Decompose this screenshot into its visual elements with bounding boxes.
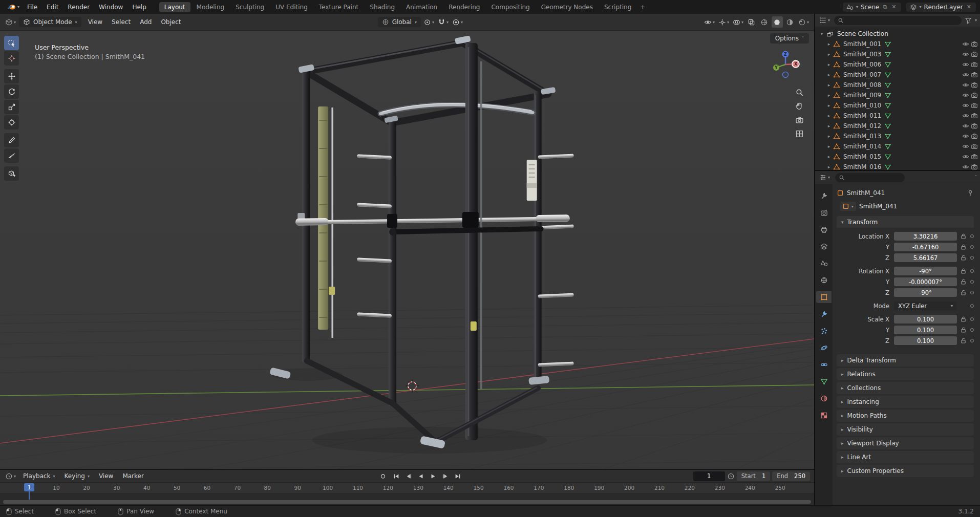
outliner-item-row[interactable]: ▸ SmithM_013	[817, 131, 978, 141]
next-keyframe-button[interactable]	[440, 471, 451, 481]
expand-icon[interactable]: ▸	[826, 72, 832, 77]
keyframe-decorator-icon[interactable]	[970, 317, 974, 321]
smith-machine-model[interactable]	[269, 35, 573, 454]
scene-selector[interactable]: ▾ Scene ⧉ ✕	[843, 3, 901, 12]
outliner-item-row[interactable]: ▸ SmithM_011	[817, 111, 978, 121]
transform-panel-header[interactable]: ▾ Transform	[837, 216, 974, 228]
props-tab-view-layer[interactable]	[816, 240, 832, 252]
jump-to-end-button[interactable]	[452, 471, 463, 481]
expand-icon[interactable]: ▸	[826, 164, 832, 169]
collapsed-panel-header[interactable]: ▸ Collections	[837, 382, 974, 394]
shading-solid-button[interactable]	[772, 16, 783, 28]
expand-icon[interactable]: ▸	[826, 103, 832, 108]
props-tab-modifiers[interactable]	[816, 308, 832, 320]
frame-start-field[interactable]: Start 1	[737, 471, 770, 481]
properties-search-input[interactable]	[835, 173, 905, 182]
hide-in-viewport-icon[interactable]	[962, 133, 969, 140]
outliner-item-row[interactable]: ▸ SmithM_006	[817, 59, 978, 70]
expand-icon[interactable]: ▸	[826, 134, 832, 139]
workspace-tab[interactable]: Geometry Nodes	[536, 2, 598, 12]
lock-icon[interactable]	[960, 337, 967, 344]
play-button[interactable]	[428, 471, 439, 481]
outliner-item-row[interactable]: ▸ SmithM_014	[817, 141, 978, 152]
xray-toggle-button[interactable]	[746, 16, 757, 28]
shading-material-button[interactable]	[784, 16, 796, 28]
collapsed-panel-header[interactable]: ▸ Viewport Display	[837, 437, 974, 449]
editor-type-selector[interactable]: ▾	[4, 16, 17, 28]
outliner-item-row[interactable]: ▸ SmithM_015	[817, 152, 978, 162]
lock-icon[interactable]	[960, 327, 967, 333]
hide-in-viewport-icon[interactable]	[962, 71, 969, 78]
gizmo-neg-z-axis[interactable]	[783, 72, 789, 78]
lock-icon[interactable]	[960, 289, 967, 296]
hide-in-viewport-icon[interactable]	[962, 122, 969, 130]
hide-in-viewport-icon[interactable]	[962, 153, 969, 160]
collapsed-panel-header[interactable]: ▸ Delta Transform	[837, 354, 974, 367]
measure-tool[interactable]	[4, 148, 19, 163]
transform-value-field[interactable]: -0.000007° ▾	[894, 277, 957, 286]
disable-in-render-icon[interactable]	[971, 163, 978, 170]
move-tool[interactable]	[4, 69, 19, 83]
properties-editor-selector[interactable]: ▾	[818, 172, 831, 183]
viewport-menu-view[interactable]: View	[83, 17, 107, 27]
pivot-point-button[interactable]: ▾	[422, 16, 435, 28]
collapsed-panel-header[interactable]: ▸ Custom Properties	[837, 465, 974, 477]
lock-icon[interactable]	[960, 233, 967, 240]
timeline-track-area[interactable]: 1020304050607080901001101201301401501601…	[0, 483, 814, 505]
add-primitive-tool[interactable]	[4, 166, 19, 181]
disable-in-render-icon[interactable]	[971, 61, 978, 68]
playhead-handle[interactable]: 1	[24, 483, 34, 491]
mode-dropdown[interactable]: Object Mode ▾	[19, 17, 81, 27]
props-tab-texture[interactable]	[816, 409, 832, 421]
timeline-menu-item[interactable]: Marker	[118, 471, 147, 481]
expand-icon[interactable]: ▸	[826, 52, 832, 57]
expand-icon[interactable]: ▸	[826, 62, 832, 67]
menu-window[interactable]: Window	[94, 2, 127, 12]
lock-icon[interactable]	[960, 244, 967, 250]
disable-in-render-icon[interactable]	[971, 122, 978, 130]
collapse-icon[interactable]: ▾	[819, 31, 824, 36]
transform-tool[interactable]	[4, 115, 19, 130]
timeline-scrollbar[interactable]	[3, 500, 811, 504]
disable-in-render-icon[interactable]	[971, 40, 978, 48]
orientation-dropdown[interactable]: Global ▾	[378, 17, 421, 27]
breadcrumb-object-name[interactable]: SmithM_041	[847, 189, 885, 197]
timeline-menu-item[interactable]: Keying▾	[60, 471, 94, 481]
hide-in-viewport-icon[interactable]	[962, 112, 969, 119]
new-scene-icon[interactable]: ⧉	[882, 4, 888, 10]
frame-end-field[interactable]: End 250	[772, 471, 810, 481]
show-gizmo-button[interactable]: ▾	[717, 16, 730, 28]
transform-value-field[interactable]: 5.66167 ▾	[894, 253, 957, 262]
blender-app-menu[interactable]: ▾	[4, 4, 23, 10]
view-layer-selector[interactable]: ▾ RenderLayer ✕	[906, 3, 976, 12]
props-tab-object[interactable]	[816, 291, 832, 303]
workspace-tab[interactable]: Scripting	[599, 2, 636, 12]
disable-in-render-icon[interactable]	[971, 81, 978, 89]
outliner-editor-selector[interactable]: ▾	[818, 15, 831, 26]
hide-in-viewport-icon[interactable]	[962, 40, 969, 48]
lock-icon[interactable]	[960, 316, 967, 322]
annotate-tool[interactable]	[4, 133, 19, 147]
transform-value-field[interactable]: -90° ▾	[894, 267, 957, 275]
filter-icon[interactable]	[965, 17, 972, 24]
workspace-tab[interactable]: Layout	[159, 2, 190, 12]
props-tab-tool[interactable]	[816, 189, 832, 202]
lock-icon[interactable]	[960, 268, 967, 274]
overlays-button[interactable]: ▾	[732, 16, 744, 28]
keyframe-decorator-icon[interactable]	[970, 328, 974, 332]
transform-value-field[interactable]: 0.100 ▾	[894, 315, 957, 324]
expand-icon[interactable]: ▸	[826, 123, 832, 128]
hide-in-viewport-icon[interactable]	[962, 92, 969, 99]
disable-in-render-icon[interactable]	[971, 102, 978, 109]
disable-in-render-icon[interactable]	[971, 51, 978, 58]
cursor-tool[interactable]	[4, 51, 19, 66]
use-preview-range-icon[interactable]	[727, 472, 735, 480]
collapsed-panel-header[interactable]: ▸ Line Art	[837, 451, 974, 463]
orthographic-grid-icon[interactable]	[795, 130, 804, 138]
pan-hand-icon[interactable]	[795, 102, 804, 111]
expand-icon[interactable]: ▸	[826, 93, 832, 98]
props-tab-constraints[interactable]	[816, 358, 832, 371]
workspace-tab[interactable]: Animation	[401, 2, 442, 12]
hide-in-viewport-icon[interactable]	[962, 81, 969, 89]
workspace-tab[interactable]: UV Editing	[270, 2, 313, 12]
